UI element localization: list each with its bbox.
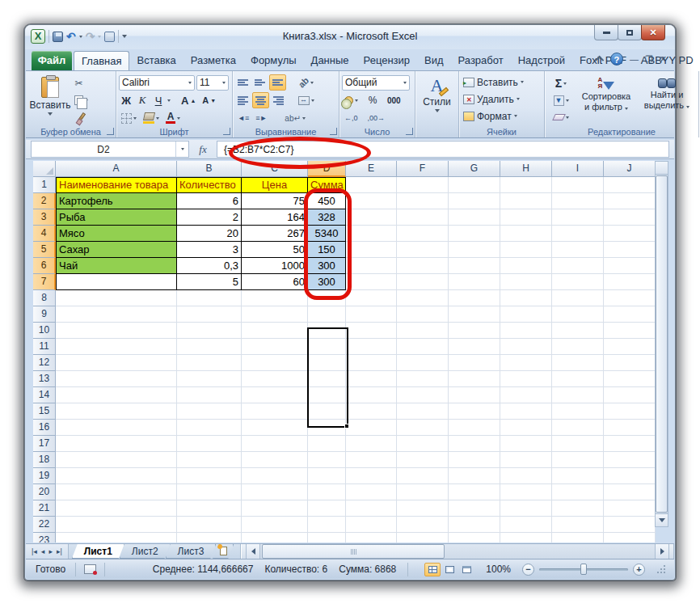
column-header-I[interactable]: I bbox=[552, 161, 604, 177]
cell-J1[interactable] bbox=[604, 177, 656, 193]
insert-function-icon[interactable]: fx bbox=[189, 140, 217, 158]
cell-A17[interactable] bbox=[56, 436, 177, 452]
tab-split-handle-right[interactable] bbox=[668, 544, 674, 559]
cell-D19[interactable] bbox=[308, 468, 346, 484]
cell-A19[interactable] bbox=[56, 468, 177, 484]
workbook-minimize-icon[interactable]: — bbox=[630, 54, 639, 64]
cell-I15[interactable] bbox=[552, 403, 604, 420]
cell-D13[interactable] bbox=[308, 371, 346, 387]
increase-indent-button[interactable]: ≡► bbox=[253, 110, 269, 126]
cell-E22[interactable] bbox=[346, 517, 397, 533]
row-header-6[interactable]: 6 bbox=[33, 258, 56, 274]
cell-B6[interactable]: 0,3 bbox=[177, 258, 242, 274]
macro-record-icon[interactable] bbox=[84, 564, 96, 574]
cell-F23[interactable] bbox=[397, 533, 449, 543]
cell-F8[interactable] bbox=[397, 290, 449, 306]
cell-J14[interactable] bbox=[604, 387, 656, 403]
column-header-G[interactable]: G bbox=[449, 161, 500, 177]
vertical-scroll-thumb[interactable] bbox=[656, 175, 668, 513]
percent-format-button[interactable]: % bbox=[365, 92, 380, 108]
cut-button[interactable]: ✂ bbox=[72, 75, 91, 91]
cell-G2[interactable] bbox=[449, 193, 500, 209]
cell-C1[interactable]: Цена bbox=[242, 177, 308, 193]
font-color-button[interactable]: А bbox=[163, 110, 183, 126]
cell-F5[interactable] bbox=[397, 242, 449, 258]
cell-I22[interactable] bbox=[552, 517, 604, 533]
cell-H5[interactable] bbox=[500, 242, 552, 258]
cell-D14[interactable] bbox=[308, 387, 346, 403]
cell-B3[interactable]: 2 bbox=[177, 209, 242, 226]
cell-B9[interactable] bbox=[177, 306, 242, 323]
font-name-combo[interactable]: Calibri bbox=[119, 75, 195, 91]
cell-A9[interactable] bbox=[56, 306, 177, 323]
cell-H8[interactable] bbox=[500, 290, 552, 306]
cell-I12[interactable] bbox=[552, 355, 604, 371]
cell-E12[interactable] bbox=[346, 355, 397, 371]
cell-I2[interactable] bbox=[552, 193, 604, 209]
zoom-level[interactable]: 100% bbox=[486, 564, 511, 575]
cell-G15[interactable] bbox=[449, 403, 500, 420]
cell-H3[interactable] bbox=[500, 209, 552, 226]
cell-C20[interactable] bbox=[242, 484, 308, 500]
row-header-7[interactable]: 7 bbox=[33, 274, 56, 290]
cell-I6[interactable] bbox=[552, 258, 604, 274]
cell-B2[interactable]: 6 bbox=[177, 193, 242, 209]
cell-D6[interactable]: 300 bbox=[308, 258, 346, 274]
cell-C17[interactable] bbox=[242, 436, 308, 452]
cell-E20[interactable] bbox=[346, 484, 397, 500]
cell-F19[interactable] bbox=[397, 468, 449, 484]
cell-A20[interactable] bbox=[56, 484, 177, 500]
cell-H22[interactable] bbox=[500, 517, 552, 533]
cell-F10[interactable] bbox=[397, 323, 449, 339]
cell-F4[interactable] bbox=[397, 226, 449, 242]
cell-H2[interactable] bbox=[500, 193, 552, 209]
cell-C16[interactable] bbox=[242, 420, 308, 436]
cell-C18[interactable] bbox=[242, 452, 308, 468]
cell-J16[interactable] bbox=[604, 420, 656, 436]
cell-J15[interactable] bbox=[604, 403, 656, 420]
paste-button[interactable]: Вставить bbox=[28, 74, 72, 125]
cell-H1[interactable] bbox=[500, 177, 552, 193]
cell-C21[interactable] bbox=[242, 500, 308, 517]
cell-E14[interactable] bbox=[346, 387, 397, 403]
cell-I4[interactable] bbox=[552, 226, 604, 242]
sheet-tab-Лист3[interactable]: Лист3 bbox=[166, 544, 217, 559]
number-dialog-launcher[interactable] bbox=[406, 128, 413, 135]
format-cells-button[interactable]: Формат bbox=[462, 108, 542, 125]
cell-I13[interactable] bbox=[552, 371, 604, 387]
align-left-button[interactable] bbox=[235, 92, 251, 108]
cell-C10[interactable] bbox=[242, 323, 308, 339]
zoom-out-button[interactable]: − bbox=[522, 564, 534, 576]
cell-C4[interactable]: 267 bbox=[242, 226, 308, 242]
row-header-10[interactable]: 10 bbox=[33, 323, 56, 339]
cell-A7[interactable] bbox=[56, 274, 177, 290]
cell-H23[interactable] bbox=[500, 533, 552, 543]
find-select-button[interactable]: Найти ивыделить bbox=[638, 74, 696, 125]
cell-G21[interactable] bbox=[449, 500, 500, 517]
cell-I5[interactable] bbox=[552, 242, 604, 258]
cell-B17[interactable] bbox=[177, 436, 242, 452]
tab-file[interactable]: Файл bbox=[32, 51, 72, 70]
cell-H14[interactable] bbox=[500, 387, 552, 403]
cell-D1[interactable]: Сумма bbox=[308, 177, 346, 193]
cell-D8[interactable] bbox=[308, 290, 346, 306]
cell-F7[interactable] bbox=[397, 274, 449, 290]
cell-C12[interactable] bbox=[242, 355, 308, 371]
tab-layout[interactable]: Разметка bbox=[183, 51, 243, 70]
cell-H15[interactable] bbox=[500, 403, 552, 420]
row-header-1[interactable]: 1 bbox=[33, 177, 56, 193]
cell-I20[interactable] bbox=[552, 484, 604, 500]
cell-I11[interactable] bbox=[552, 339, 604, 355]
cell-I10[interactable] bbox=[552, 323, 604, 339]
cell-A8[interactable] bbox=[56, 290, 177, 306]
cell-E9[interactable] bbox=[346, 306, 397, 323]
align-bottom-button[interactable] bbox=[269, 74, 286, 91]
copy-button[interactable] bbox=[72, 92, 91, 108]
cell-I9[interactable] bbox=[552, 306, 604, 323]
cell-A14[interactable] bbox=[56, 387, 177, 403]
cell-D18[interactable] bbox=[308, 452, 346, 468]
italic-button[interactable]: К bbox=[135, 92, 150, 108]
align-top-button[interactable] bbox=[235, 74, 251, 91]
row-header-16[interactable]: 16 bbox=[33, 420, 56, 436]
cell-C3[interactable]: 164 bbox=[242, 209, 308, 226]
